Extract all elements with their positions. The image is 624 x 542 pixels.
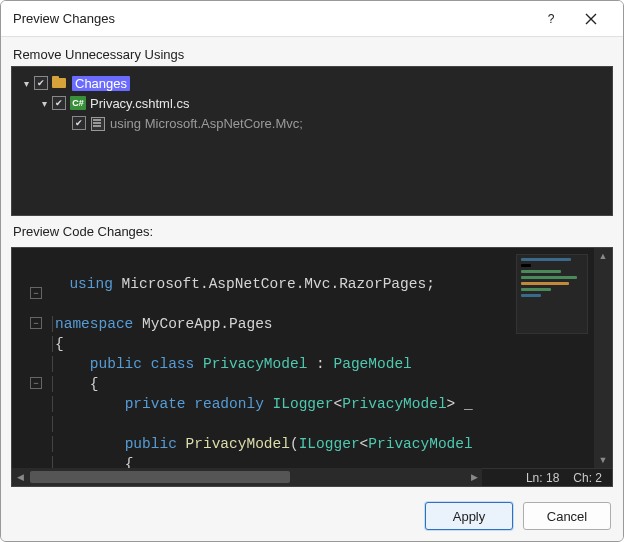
code-preview-panel: − − − using Microsoft.AspNetCore.Mvc.Raz… [11, 247, 613, 487]
csharp-file-icon: C# [70, 96, 86, 110]
checkbox-changes[interactable] [34, 76, 48, 90]
tree-label-changes: Changes [72, 76, 130, 91]
code-line: { [52, 336, 64, 352]
dialog-button-row: Apply Cancel [1, 491, 623, 541]
code-line: { [52, 376, 99, 392]
apply-button[interactable]: Apply [425, 502, 513, 530]
titlebar: Preview Changes ? [1, 1, 623, 37]
code-snippet-icon [90, 116, 106, 130]
scrollbar-thumb[interactable] [30, 471, 290, 483]
tree-node-file[interactable]: ▾ C# Privacy.cshtml.cs [16, 93, 608, 113]
code-line: public class PrivacyModel : PageModel [52, 356, 412, 372]
fold-toggle[interactable]: − [30, 287, 42, 299]
status-line: Ln: 18 [526, 471, 559, 485]
chevron-down-icon[interactable]: ▾ [38, 98, 50, 109]
tree-label-using: using Microsoft.AspNetCore.Mvc; [110, 116, 303, 131]
code-line: public PrivacyModel(ILogger<PrivacyModel [52, 436, 473, 452]
remove-usings-label: Remove Unnecessary Usings [13, 47, 613, 62]
code-line: using Microsoft.AspNetCore.Mvc.RazorPage… [52, 276, 435, 292]
checkbox-file[interactable] [52, 96, 66, 110]
tree-node-changes[interactable]: ▾ Changes [16, 73, 608, 93]
preview-code-label: Preview Code Changes: [13, 224, 613, 239]
dialog-content: Remove Unnecessary Usings ▾ Changes ▾ C#… [1, 37, 623, 491]
checkbox-using[interactable] [72, 116, 86, 130]
scroll-up-icon[interactable]: ▲ [594, 248, 612, 264]
status-col: Ch: 2 [573, 471, 602, 485]
code-line: namespace MyCoreApp.Pages [52, 316, 273, 332]
tree-label-file: Privacy.cshtml.cs [90, 96, 189, 111]
scroll-left-icon[interactable]: ◀ [12, 468, 28, 486]
editor-statusbar: Ln: 18 Ch: 2 [482, 468, 612, 486]
tree-node-using[interactable]: using Microsoft.AspNetCore.Mvc; [16, 113, 608, 133]
vertical-scrollbar[interactable]: ▲ ▼ [594, 248, 612, 468]
code-area[interactable]: using Microsoft.AspNetCore.Mvc.RazorPage… [52, 248, 512, 468]
chevron-down-icon[interactable]: ▾ [20, 78, 32, 89]
code-gutter: − − − [12, 248, 52, 468]
minimap[interactable] [516, 254, 588, 334]
horizontal-scrollbar[interactable]: ◀ ▶ [12, 468, 482, 486]
close-button[interactable] [571, 4, 611, 34]
fold-toggle[interactable]: − [30, 377, 42, 389]
help-button[interactable]: ? [531, 4, 571, 34]
code-line [52, 416, 64, 432]
code-line: private readonly ILogger<PrivacyModel> _ [52, 396, 473, 412]
cancel-button[interactable]: Cancel [523, 502, 611, 530]
fold-toggle[interactable]: − [30, 317, 42, 329]
code-line [52, 296, 61, 312]
scroll-down-icon[interactable]: ▼ [594, 452, 612, 468]
changes-tree[interactable]: ▾ Changes ▾ C# Privacy.cshtml.cs using M… [11, 66, 613, 216]
code-body: − − − using Microsoft.AspNetCore.Mvc.Raz… [12, 248, 612, 468]
dialog-window: Preview Changes ? Remove Unnecessary Usi… [0, 0, 624, 542]
scroll-right-icon[interactable]: ▶ [466, 468, 482, 486]
close-icon [585, 13, 597, 25]
window-title: Preview Changes [13, 11, 531, 26]
code-line: { [52, 456, 133, 468]
folder-icon [52, 76, 68, 90]
